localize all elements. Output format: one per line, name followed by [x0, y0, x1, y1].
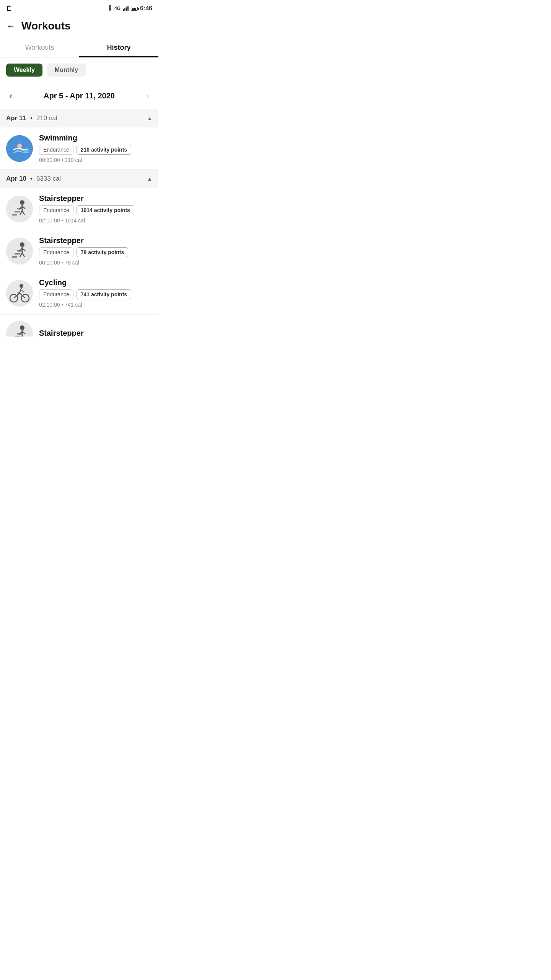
filter-monthly[interactable]: Monthly [47, 64, 86, 77]
svg-rect-37 [15, 336, 20, 336]
workout-partial-inner: Stairstepper [0, 315, 158, 336]
workout-avatar-stairstepper1 [6, 196, 33, 222]
day-cal-apr11: 210 cal [36, 114, 57, 122]
points-tag-swimming: 210 activity points [77, 145, 131, 155]
svg-rect-6 [15, 211, 20, 212]
status-left: 🗒 [6, 5, 13, 13]
day-date-apr11: Apr 11 [6, 114, 26, 122]
next-week-button[interactable]: › [143, 88, 152, 103]
workout-name-cycling: Cycling [39, 278, 152, 287]
category-tag-swimming: Endurance [39, 145, 73, 155]
workout-meta-stairstepper1: 02:10:00 • 1014 cal [39, 217, 152, 224]
points-tag-stairstepper1: 1014 activity points [77, 205, 134, 215]
signal-icon [123, 6, 129, 11]
workout-meta-swimming: 00:30:00 • 210 cal [39, 157, 152, 163]
page-title: Workouts [21, 20, 71, 32]
svg-rect-5 [12, 214, 17, 216]
category-tag-stairstepper1: Endurance [39, 205, 73, 215]
week-navigation: ‹ Apr 5 - Apr 11, 2020 › [0, 83, 158, 109]
workout-avatar-stairstepper2 [6, 238, 33, 265]
points-tag-stairstepper2: 78 activity points [77, 247, 129, 257]
workout-avatar-partial [6, 321, 33, 336]
workout-meta-cycling: 02:10:00 • 741 cal [39, 302, 152, 308]
svg-rect-16 [15, 253, 20, 255]
svg-point-23 [20, 284, 23, 288]
workout-name-stairstepper1: Stairstepper [39, 194, 152, 203]
workout-info-stairstepper2: Stairstepper Endurance 78 activity point… [39, 236, 152, 266]
workout-tags-swimming: Endurance 210 activity points [39, 145, 152, 155]
day-header-apr11[interactable]: Apr 11 • 210 cal ▲ [0, 109, 158, 127]
category-tag-cycling: Endurance [39, 289, 73, 299]
tab-bar: Workouts History [0, 38, 158, 57]
workout-tags-stairstepper2: Endurance 78 activity points [39, 247, 152, 257]
svg-point-1 [17, 144, 22, 148]
tab-history[interactable]: History [79, 38, 158, 57]
workout-avatar-cycling [6, 280, 33, 307]
workout-partial-stairstepper[interactable]: Stairstepper [0, 314, 158, 336]
time-label: 6:46 [140, 5, 152, 12]
day-header-apr10[interactable]: Apr 10 • 6333 cal ▲ [0, 170, 158, 188]
day-cal-apr10: 6333 cal [36, 175, 61, 183]
collapse-apr10: ▲ [147, 176, 152, 182]
header: ← Workouts [0, 15, 158, 38]
workout-name-stairstepper2: Stairstepper [39, 236, 152, 245]
prev-week-button[interactable]: ‹ [6, 88, 16, 103]
workout-info-stairstepper1: Stairstepper Endurance 1014 activity poi… [39, 194, 152, 224]
tab-workouts[interactable]: Workouts [0, 38, 79, 57]
workout-name-partial: Stairstepper [39, 329, 152, 337]
workout-name-swimming: Swimming [39, 134, 152, 142]
svg-point-34 [20, 325, 24, 330]
filter-row: Weekly Monthly [0, 57, 158, 83]
day-date-apr10: Apr 10 [6, 175, 26, 183]
network-label: 4G [114, 6, 121, 11]
app-icon: 🗒 [6, 5, 13, 13]
bluetooth-icon [107, 5, 112, 12]
svg-point-3 [20, 200, 24, 205]
workout-tags-stairstepper1: Endurance 1014 activity points [39, 205, 152, 215]
workout-stairstepper1[interactable]: Stairstepper Endurance 1014 activity poi… [0, 188, 158, 230]
svg-point-13 [20, 242, 24, 247]
workout-info-cycling: Cycling Endurance 741 activity points 02… [39, 278, 152, 308]
workout-tags-cycling: Endurance 741 activity points [39, 289, 152, 299]
workout-meta-stairstepper2: 00:10:00 • 78 cal [39, 260, 152, 266]
workout-stairstepper2[interactable]: Stairstepper Endurance 78 activity point… [0, 230, 158, 272]
points-tag-cycling: 741 activity points [77, 289, 131, 299]
collapse-apr11: ▲ [147, 115, 152, 121]
workout-avatar-swimming [6, 135, 33, 162]
workout-swimming[interactable]: Swimming Endurance 210 activity points 0… [0, 127, 158, 170]
workout-info-swimming: Swimming Endurance 210 activity points 0… [39, 134, 152, 163]
battery-icon [131, 5, 138, 11]
back-button[interactable]: ← [6, 21, 15, 31]
week-label: Apr 5 - Apr 11, 2020 [44, 91, 115, 100]
svg-rect-15 [12, 256, 17, 258]
status-right: 4G 6:46 [107, 5, 152, 12]
workout-cycling[interactable]: Cycling Endurance 741 activity points 02… [0, 272, 158, 314]
category-tag-stairstepper2: Endurance [39, 247, 73, 257]
status-bar: 🗒 4G 6:46 [0, 0, 158, 15]
filter-weekly[interactable]: Weekly [6, 64, 42, 77]
